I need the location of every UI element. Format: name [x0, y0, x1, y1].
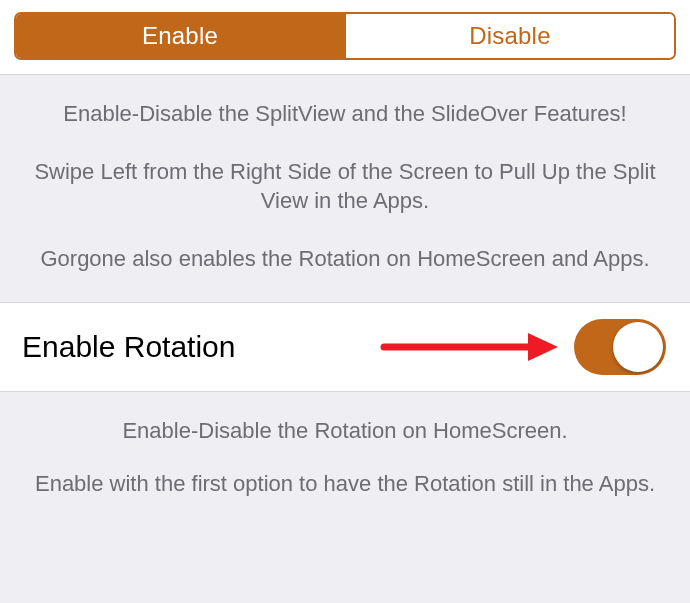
- enable-rotation-row: Enable Rotation: [0, 302, 690, 392]
- description-text: Enable-Disable the SplitView and the Sli…: [0, 75, 690, 302]
- footer-text: Enable-Disable the Rotation on HomeScree…: [0, 392, 690, 499]
- footer-line-2: Enable with the first option to have the…: [28, 469, 662, 499]
- description-line-2: Swipe Left from the Right Side of the Sc…: [28, 157, 662, 216]
- svg-marker-1: [528, 333, 558, 361]
- enable-rotation-toggle[interactable]: [574, 319, 666, 375]
- footer-line-1: Enable-Disable the Rotation on HomeScree…: [28, 416, 662, 446]
- segmented-control-container: Enable Disable: [0, 0, 690, 75]
- annotation-arrow-icon: [380, 327, 560, 367]
- description-line-1: Enable-Disable the SplitView and the Sli…: [28, 99, 662, 129]
- toggle-knob: [613, 322, 663, 372]
- segmented-option-disable[interactable]: Disable: [346, 14, 674, 58]
- enable-rotation-label: Enable Rotation: [22, 330, 236, 364]
- segmented-control: Enable Disable: [14, 12, 676, 60]
- segmented-option-enable[interactable]: Enable: [16, 14, 344, 58]
- description-line-3: Gorgone also enables the Rotation on Hom…: [28, 244, 662, 274]
